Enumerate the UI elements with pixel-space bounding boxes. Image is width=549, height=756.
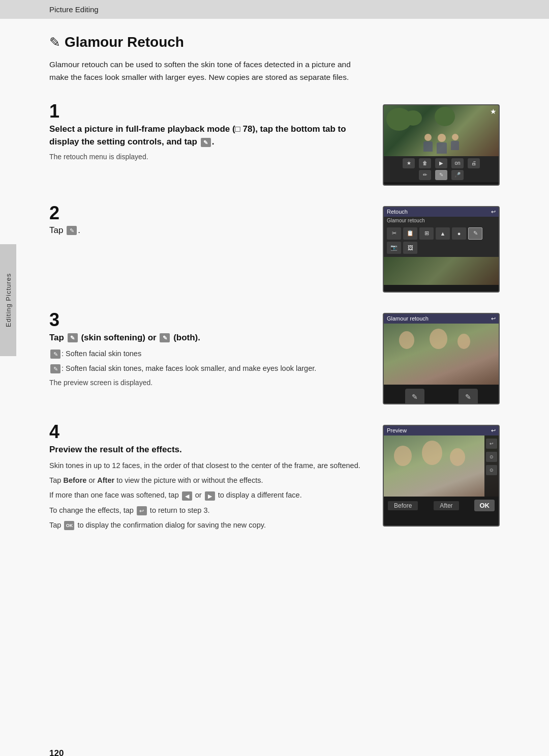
cam-menu-row-1: ★ 🗑 ▶ on 🖨 bbox=[387, 158, 496, 168]
grid-icon-4: ▲ bbox=[436, 227, 450, 240]
cam-screen3-header: Glamour retouch ↩ bbox=[384, 314, 499, 324]
step-3: 3 Tap ✎ (skin softening) or ✎ (both). ✎:… bbox=[49, 311, 500, 404]
step-2-number: 2 bbox=[49, 204, 371, 222]
preview-title: Preview bbox=[387, 427, 407, 433]
face3 bbox=[458, 334, 470, 349]
step-4-image: Preview ↩ ↩ ⊙ ⊙ bbox=[383, 425, 500, 527]
main-content: ✎ Glamour Retouch Glamour retouch can be… bbox=[0, 19, 549, 756]
both-action-btn[interactable]: ✎ bbox=[459, 389, 478, 404]
person3 bbox=[451, 134, 459, 154]
person1-head bbox=[424, 134, 432, 141]
menu-icon-on: on bbox=[451, 158, 464, 168]
preview-photo bbox=[384, 435, 499, 497]
step-3-sub1: ✎: Soften facial skin tones bbox=[49, 348, 371, 360]
prev-face-icon: ◀ bbox=[182, 491, 192, 501]
star-icon: ★ bbox=[490, 107, 497, 115]
cam-screen3-back: ↩ bbox=[491, 315, 496, 322]
camera-screen-4: Preview ↩ ↩ ⊙ ⊙ bbox=[383, 425, 500, 527]
step-1-number: 1 bbox=[49, 102, 371, 121]
step-2-image: Retouch ↩ Glamour retouch ✂ 📋 ⊞ ▲ ● ✎ 📷 … bbox=[383, 206, 500, 293]
cam-menu-bar: ★ 🗑 ▶ on 🖨 ✏ ✎ 🎤 bbox=[384, 156, 499, 182]
menu-icon-mic: 🎤 bbox=[451, 170, 464, 180]
menu-icon-edit: ✏ bbox=[419, 170, 431, 180]
step-1-title: Select a picture in full-frame playback … bbox=[49, 123, 371, 149]
step-4-desc2: Tap Before or After to view the picture … bbox=[49, 475, 371, 486]
preview-footer: Before After OK bbox=[384, 497, 499, 515]
step-4-content: 4 Preview the result of the effects. Ski… bbox=[49, 423, 371, 531]
section-label: Picture Editing bbox=[49, 5, 99, 14]
next-face-icon: ▶ bbox=[205, 491, 215, 501]
side-tab: Editing Pictures bbox=[0, 244, 16, 356]
menu-icon-retouch: ✎ bbox=[435, 170, 447, 180]
step-1-note: The retouch menu is displayed. bbox=[49, 153, 371, 161]
preview-header: Preview ↩ bbox=[384, 426, 499, 435]
step-2-content: 2 Tap ✎. bbox=[49, 204, 371, 236]
cam-photo1: ★ bbox=[384, 105, 499, 156]
page-title: Glamour Retouch bbox=[65, 34, 184, 50]
camera-screen-1: ★ ★ 🗑 ▶ on 🖨 ✏ ✎ 🎤 bbox=[383, 104, 500, 186]
person2-body bbox=[437, 142, 447, 154]
step-1-content: 1 Select a picture in full-frame playbac… bbox=[49, 102, 371, 161]
before-button[interactable]: Before bbox=[388, 501, 418, 510]
menu-icon-print: 🖨 bbox=[468, 158, 480, 168]
cam-menu-row-2: ✏ ✎ 🎤 bbox=[387, 170, 496, 180]
tree-bg3 bbox=[435, 107, 455, 126]
preview-face1 bbox=[394, 446, 412, 466]
step-3-number: 3 bbox=[49, 311, 371, 329]
step-3-title: Tap ✎ (skin softening) or ✎ (both). bbox=[49, 331, 371, 344]
skin-icon-inline: ✎ bbox=[50, 350, 60, 359]
person3-head bbox=[452, 134, 459, 140]
camera-screen-3: Glamour retouch ↩ ✎ ✎ bbox=[383, 313, 500, 404]
sidebar-btn-3[interactable]: ⊙ bbox=[486, 465, 497, 475]
step-2-title: Tap ✎. bbox=[49, 225, 371, 236]
both-icon-inline: ✎ bbox=[50, 364, 60, 373]
photo-people bbox=[423, 134, 459, 154]
cam-glamour-label: Glamour retouch bbox=[384, 217, 499, 224]
preview-face2 bbox=[422, 441, 442, 465]
cam-photo-main bbox=[384, 324, 499, 385]
person2-head bbox=[438, 134, 446, 142]
person1 bbox=[423, 134, 433, 154]
person3-body bbox=[451, 141, 459, 150]
after-label: After bbox=[97, 476, 114, 484]
preview-area: ↩ ⊙ ⊙ bbox=[384, 435, 499, 497]
before-label: Before bbox=[63, 476, 86, 484]
step-3-image: Glamour retouch ↩ ✎ ✎ bbox=[383, 313, 500, 404]
face1 bbox=[399, 331, 414, 349]
preview-sidebar: ↩ ⊙ ⊙ bbox=[484, 435, 499, 497]
cam-screen2-title: Retouch bbox=[387, 209, 408, 215]
step-4: 4 Preview the result of the effects. Ski… bbox=[49, 423, 500, 531]
glamour-icon: ✎ bbox=[67, 226, 77, 235]
sidebar-btn-2[interactable]: ⊙ bbox=[486, 452, 497, 462]
page-number: 120 bbox=[49, 748, 64, 756]
cam-screen2-back: ↩ bbox=[491, 209, 496, 215]
step-3-note: The preview screen is displayed. bbox=[49, 379, 371, 387]
skin-action-btn[interactable]: ✎ bbox=[405, 389, 424, 404]
sidebar-btn-1[interactable]: ↩ bbox=[486, 439, 497, 449]
grid-icon-1: ✂ bbox=[387, 227, 401, 240]
ok-button[interactable]: OK bbox=[474, 500, 495, 511]
tree-bg2 bbox=[404, 110, 422, 126]
cam-screen2-header: Retouch ↩ bbox=[384, 207, 499, 217]
preview-back: ↩ bbox=[491, 427, 496, 434]
menu-icon-play: ▶ bbox=[435, 158, 447, 168]
step-4-desc1: Skin tones in up to 12 faces, in the ord… bbox=[49, 460, 371, 472]
header-bar: Picture Editing bbox=[0, 0, 549, 19]
preview-face3 bbox=[450, 448, 465, 466]
camera-screen-2: Retouch ↩ Glamour retouch ✂ 📋 ⊞ ▲ ● ✎ 📷 … bbox=[383, 206, 500, 293]
step-3-content: 3 Tap ✎ (skin softening) or ✎ (both). ✎:… bbox=[49, 311, 371, 387]
after-button[interactable]: After bbox=[434, 501, 459, 510]
grid-icon-2: 📋 bbox=[403, 227, 417, 240]
ok-inline-icon: OK bbox=[64, 521, 74, 530]
cam-bottom-icons: ✎ ✎ bbox=[384, 385, 499, 404]
step-4-desc3: If more than one face was softened, tap … bbox=[49, 489, 371, 501]
cam-icon-grid: ✂ 📋 ⊞ ▲ ● ✎ 📷 🖼 bbox=[384, 224, 499, 257]
step-1: 1 Select a picture in full-frame playbac… bbox=[49, 102, 500, 186]
person1-body bbox=[423, 141, 433, 152]
menu-icon-trash: 🗑 bbox=[419, 158, 431, 168]
skin-icon: ✎ bbox=[68, 333, 78, 342]
title-section: ✎ Glamour Retouch bbox=[49, 34, 500, 50]
step-4-number: 4 bbox=[49, 423, 371, 441]
step-3-sub2: ✎: Soften facial skin tones, make faces … bbox=[49, 363, 371, 374]
cam-photo-strip bbox=[384, 257, 499, 285]
